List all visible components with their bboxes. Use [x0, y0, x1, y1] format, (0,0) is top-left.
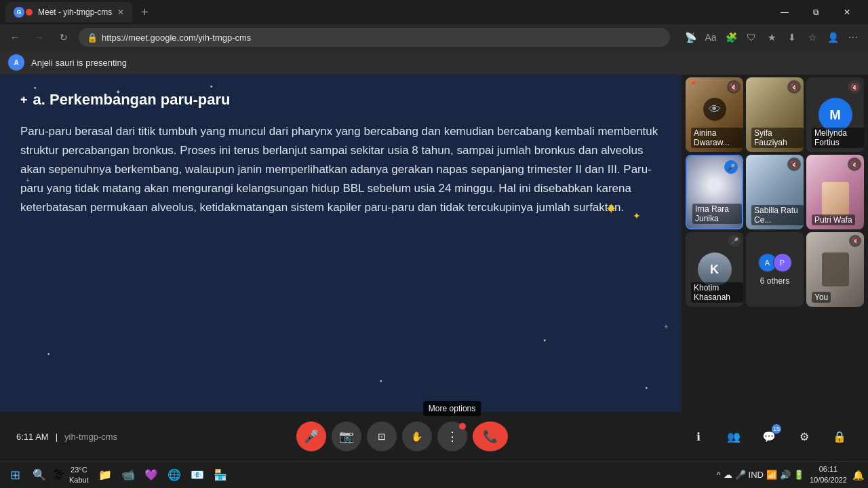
tray-chevron[interactable]: ^	[716, 470, 720, 480]
meet-container: A Anjeli sauri is presenting • ✦ • ✦ ✦ •…	[0, 50, 868, 461]
notification-dot	[459, 423, 466, 430]
mic-muted-icon-ainina: 🔇	[727, 80, 741, 94]
mic-muted-icon-syifa: 🔇	[787, 80, 801, 94]
system-clock[interactable]: 06:11 10/06/2022	[810, 464, 847, 485]
weather-info: 23°C Kabut	[69, 465, 89, 485]
participant-tile-ainina: 🔇 📍 👁 Ainina Dwaraw...	[686, 77, 743, 152]
download-icon[interactable]: ⬇	[783, 28, 802, 47]
search-taskbar-button[interactable]: 🔍	[28, 464, 50, 486]
tab-title: Meet - yih-tmgp-cms	[38, 7, 112, 17]
mic-muted-icon-sabilla: 🔇	[787, 157, 801, 171]
translate-icon[interactable]: Aa	[701, 28, 720, 47]
favorite-icon[interactable]: ☆	[803, 28, 822, 47]
safety-button[interactable]: 🔒	[827, 424, 852, 449]
taskbar-edge[interactable]: 🌐	[163, 464, 185, 486]
tab-close-button[interactable]: ✕	[117, 7, 124, 17]
search-taskbar-icon: 🔍	[33, 468, 46, 481]
taskbar-zoom[interactable]: 💜	[140, 464, 162, 486]
activities-button[interactable]: ⚙	[792, 424, 816, 449]
notification-button[interactable]: 🔔	[852, 470, 864, 481]
star-gold-2: ✦	[633, 210, 641, 221]
url-text: https://meet.google.com/yih-tmgp-cms	[102, 33, 662, 43]
participant-name-mellynda: Mellynda Fortius	[812, 128, 864, 148]
star-gold-1: ✦	[605, 200, 617, 218]
meeting-code: yih-tmgp-cms	[64, 432, 117, 442]
controls-center: 🎤 📷 ⊡ ✋ ⋮ More options	[296, 421, 508, 451]
window-controls: — ⧉ ✕	[769, 2, 863, 22]
chat-button[interactable]: 💬 15	[757, 424, 781, 449]
minimize-button[interactable]: —	[769, 2, 800, 22]
present-button[interactable]: ⊡	[367, 421, 397, 451]
end-call-icon: 📞	[483, 429, 498, 444]
taskbar-store[interactable]: 🏪	[210, 464, 231, 486]
participant-tile-you: 🔇 You	[806, 232, 864, 307]
active-tab[interactable]: G Meet - yih-tmgp-cms ✕	[5, 2, 132, 22]
restore-button[interactable]: ⧉	[800, 2, 831, 22]
lock-icon: 🔒	[87, 33, 98, 43]
taskbar-right: ^ ☁ 🎤 IND 📶 🔊 🔋 06:11 10/06/2022 🔔	[716, 464, 864, 485]
new-tab-button[interactable]: +	[135, 3, 154, 22]
menu-icon[interactable]: ⋯	[844, 28, 863, 47]
weather-desc: Kabut	[69, 475, 89, 485]
star-dot-2: •	[543, 337, 546, 344]
tray-lang[interactable]: IND	[749, 470, 764, 480]
extension-icon[interactable]: 🧩	[722, 28, 741, 47]
shield-icon[interactable]: 🛡	[742, 28, 761, 47]
participant-tile-putri: 🔇 Putri Wafa	[806, 155, 864, 229]
star-deco-5: •	[47, 350, 50, 358]
tray-battery[interactable]: 🔋	[793, 470, 804, 480]
bookmark-icon[interactable]: ★	[762, 28, 781, 47]
slide-title-text: a. Perkembangan paru-paru	[33, 91, 231, 109]
info-button[interactable]: ℹ	[686, 424, 711, 449]
people-icon: 👥	[727, 430, 741, 443]
tray-mic[interactable]: 🎤	[735, 470, 746, 480]
taskbar-meet-app[interactable]: 📹	[117, 464, 139, 486]
participant-tile-mellynda: M 🔇 Mellynda Fortius	[806, 77, 864, 152]
system-tray-icons: ^ ☁ 🎤 IND 📶 🔊 🔋	[716, 470, 804, 480]
hand-icon: ✋	[411, 431, 422, 442]
tray-cloud[interactable]: ☁	[724, 470, 732, 480]
tab-bar: G Meet - yih-tmgp-cms ✕ + — ⧉ ✕	[0, 0, 868, 24]
profile-icon[interactable]: 👤	[823, 28, 842, 47]
more-options-button[interactable]: ⋮	[437, 421, 467, 451]
camera-button[interactable]: 📷	[332, 421, 361, 451]
reload-button[interactable]: ↻	[54, 28, 73, 47]
address-bar[interactable]: 🔒 https://meet.google.com/yih-tmgp-cms	[79, 28, 670, 47]
participant-tile-irna: 🎤 Irna Rara Junika	[686, 155, 743, 229]
participants-button[interactable]: 👥	[722, 424, 746, 449]
star-deco-4: •	[645, 384, 648, 392]
tab-favicon-google: G	[14, 7, 24, 18]
participants-row-3: K 🎤 Khotim Khasanah A P 6 others	[684, 232, 865, 307]
taskbar: ⊞ 🔍 🌫 23°C Kabut 📁 📹 💜 🌐 📧 🏪 ^ ☁ 🎤 IND 📶…	[0, 461, 868, 488]
reactions-button[interactable]: ✋	[402, 421, 432, 451]
taskbar-outlook[interactable]: 📧	[186, 464, 208, 486]
taskbar-file-explorer[interactable]: 📁	[94, 464, 116, 486]
forward-button[interactable]: →	[30, 28, 49, 47]
mute-button[interactable]: 🎤	[296, 421, 326, 451]
participant-name-sabilla: Sabilla Ratu Ce...	[751, 205, 804, 225]
start-button[interactable]: ⊞	[4, 464, 26, 486]
tray-wifi[interactable]: 📶	[766, 470, 777, 480]
avatar-khotim: K	[698, 252, 732, 286]
close-button[interactable]: ✕	[831, 2, 863, 22]
participant-name-putri: Putri Wafa	[812, 214, 855, 225]
presenter-text: Anjeli sauri is presenting	[31, 58, 127, 68]
browser-toolbar: 📡 Aa 🧩 🛡 ★ ⬇ ☆ 👤 ⋯	[681, 28, 863, 47]
participant-name-khotim: Khotim Khasanah	[691, 282, 743, 303]
participant-tile-syifa: 🔇 Syifa Fauziyah	[746, 77, 804, 152]
clock-date: 10/06/2022	[810, 475, 847, 485]
end-call-button[interactable]: 📞	[473, 421, 508, 451]
cast-icon[interactable]: 📡	[681, 28, 700, 47]
others-avatars: A P	[758, 253, 792, 272]
participant-name-irna: Irna Rara Junika	[692, 204, 742, 224]
weather-temp: 23°C	[71, 465, 87, 474]
mic-muted-icon-you: 🔇	[849, 235, 861, 247]
star-deco-1: •	[34, 84, 37, 92]
mic-muted-icon-mellynda: 🔇	[848, 80, 861, 94]
no-video-indicator-ainina: 👁	[703, 98, 726, 121]
back-button[interactable]: ←	[5, 28, 24, 47]
participants-row-2: 🎤 Irna Rara Junika 🔇 Sabilla Ratu Ce... …	[684, 155, 865, 229]
activities-icon: ⚙	[800, 430, 809, 443]
tray-speaker[interactable]: 🔊	[780, 470, 791, 480]
star-plus-2: +	[664, 323, 668, 331]
